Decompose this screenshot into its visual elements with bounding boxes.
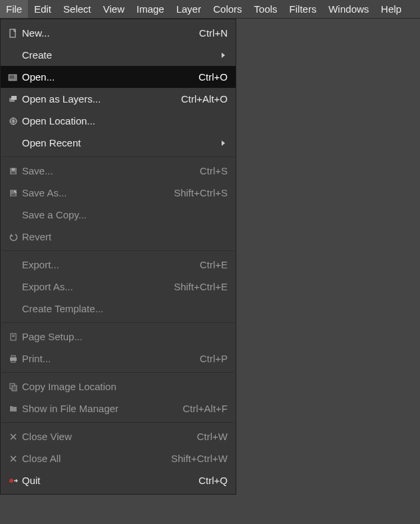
menu-item-create[interactable]: Create [1,44,236,66]
menu-item-label: Copy Image Location [21,381,228,392]
close-icon [6,433,21,441]
revert-icon [6,232,21,242]
menu-item-shortcut: Ctrl+Alt+F [182,403,228,414]
menu-item-label: New... [21,27,199,39]
svg-rect-13 [12,336,15,337]
layers-icon [6,95,21,104]
menu-item-label: Save... [21,165,200,176]
save-as-icon [6,188,21,198]
open-file-icon [6,73,21,82]
menubar-tools[interactable]: Tools [248,0,284,18]
menu-item-shortcut: Ctrl+N [199,27,228,39]
menu-item-shortcut: Shift+Ctrl+E [174,281,228,292]
svg-point-21 [9,479,13,483]
menu-item-open-recent[interactable]: Open Recent [1,132,236,154]
menu-item-close-all[interactable]: Close All Shift+Ctrl+W [1,447,236,469]
menubar-help[interactable]: Help [375,0,407,18]
svg-rect-19 [10,407,17,411]
menu-item-print[interactable]: Print... Ctrl+P [1,348,236,370]
svg-rect-10 [11,194,15,196]
save-icon [6,166,21,176]
menu-item-label: Show in File Manager [21,403,182,414]
menu-item-close-view[interactable]: Close View Ctrl+W [1,425,236,447]
copy-icon [6,382,21,392]
menu-item-label: Save a Copy... [21,209,228,220]
menu-separator [2,422,234,423]
menu-item-label: Open Location... [21,115,228,127]
menu-item-label: Open Recent [21,137,221,148]
menu-item-label: Create Template... [21,303,228,314]
menubar: File Edit Select View Image Layer Colors… [0,0,420,19]
menu-item-copy-image-location[interactable]: Copy Image Location [1,376,236,397]
menubar-colors[interactable]: Colors [207,0,248,18]
svg-rect-0 [10,29,15,37]
menubar-file[interactable]: File [0,0,28,18]
menubar-select[interactable]: Select [57,0,97,18]
menu-item-label: Save As... [21,187,174,198]
menu-item-save-as[interactable]: Save As... Shift+Ctrl+S [1,182,236,204]
svg-rect-15 [11,356,15,358]
menu-item-shortcut: Shift+Ctrl+W [171,453,228,464]
menubar-edit[interactable]: Edit [28,0,57,18]
menu-separator [2,250,234,251]
menu-item-label: Page Setup... [21,331,228,342]
file-menu: New... Ctrl+N Create Open... Ctrl+O Open… [0,19,236,495]
menubar-layer[interactable]: Layer [170,0,208,18]
menu-item-label: Close All [21,453,171,464]
menu-separator [2,322,234,323]
menu-item-shortcut: Ctrl+W [197,431,228,442]
print-icon [6,354,21,364]
menu-item-label: Quit [21,475,198,486]
menu-item-label: Revert [21,231,228,242]
menu-item-label: Print... [21,353,200,364]
menu-item-page-setup[interactable]: Page Setup... [1,326,236,348]
menubar-windows[interactable]: Windows [322,0,375,18]
menu-item-show-in-file-manager[interactable]: Show in File Manager Ctrl+Alt+F [1,397,236,419]
menu-item-shortcut: Ctrl+Q [198,475,228,486]
submenu-arrow-icon [221,52,228,59]
menu-item-shortcut: Ctrl+E [200,259,228,270]
menu-item-create-template[interactable]: Create Template... [1,298,236,320]
new-file-icon [6,29,21,38]
menu-item-open[interactable]: Open... Ctrl+O [1,66,236,88]
globe-icon [6,117,21,126]
menubar-image[interactable]: Image [130,0,170,18]
menu-item-new[interactable]: New... Ctrl+N [1,22,236,44]
menu-item-shortcut: Ctrl+P [200,353,228,364]
menu-separator [2,156,234,157]
menu-item-shortcut: Ctrl+Alt+O [181,93,228,105]
quit-icon [6,476,21,485]
menu-item-label: Export... [21,259,200,270]
svg-rect-2 [9,75,14,79]
menu-item-revert[interactable]: Revert [1,226,236,248]
menu-item-shortcut: Shift+Ctrl+S [174,187,228,198]
svg-rect-18 [12,386,17,391]
svg-rect-20 [10,406,13,407]
menu-item-quit[interactable]: Quit Ctrl+Q [1,469,236,491]
menu-item-open-location[interactable]: Open Location... [1,110,236,132]
menu-item-export[interactable]: Export... Ctrl+E [1,254,236,276]
menu-item-save[interactable]: Save... Ctrl+S [1,160,236,182]
menubar-view[interactable]: View [97,0,130,18]
svg-rect-12 [12,335,15,336]
svg-rect-8 [12,168,15,170]
menu-item-open-as-layers[interactable]: Open as Layers... Ctrl+Alt+O [1,88,236,110]
menu-item-export-as[interactable]: Export As... Shift+Ctrl+E [1,276,236,298]
close-all-icon [6,455,21,463]
menubar-filters[interactable]: Filters [284,0,323,18]
svg-rect-7 [11,172,15,174]
menu-item-label: Open... [21,71,198,83]
file-manager-icon [6,404,21,413]
page-setup-icon [6,332,21,342]
menu-item-save-copy[interactable]: Save a Copy... [1,204,236,226]
menu-item-label: Open as Layers... [21,93,181,105]
svg-rect-4 [11,96,17,100]
menu-item-label: Create [21,49,221,61]
submenu-arrow-icon [221,140,228,146]
menu-item-label: Export As... [21,281,174,292]
menu-separator [2,372,234,373]
menu-item-label: Close View [21,431,197,442]
menu-item-shortcut: Ctrl+O [198,71,228,83]
svg-rect-16 [11,360,15,362]
menu-item-shortcut: Ctrl+S [200,165,228,176]
